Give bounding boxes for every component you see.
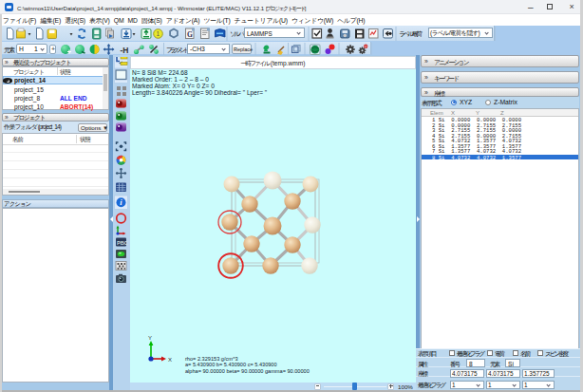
svg-text:1: 1 (157, 30, 160, 37)
svg-text:PBC: PBC (117, 240, 128, 246)
svg-text:G: G (187, 30, 193, 39)
svg-text:Y: Y (148, 335, 152, 341)
svg-text:-H: -H (121, 46, 129, 55)
svg-text:X: X (168, 357, 172, 363)
